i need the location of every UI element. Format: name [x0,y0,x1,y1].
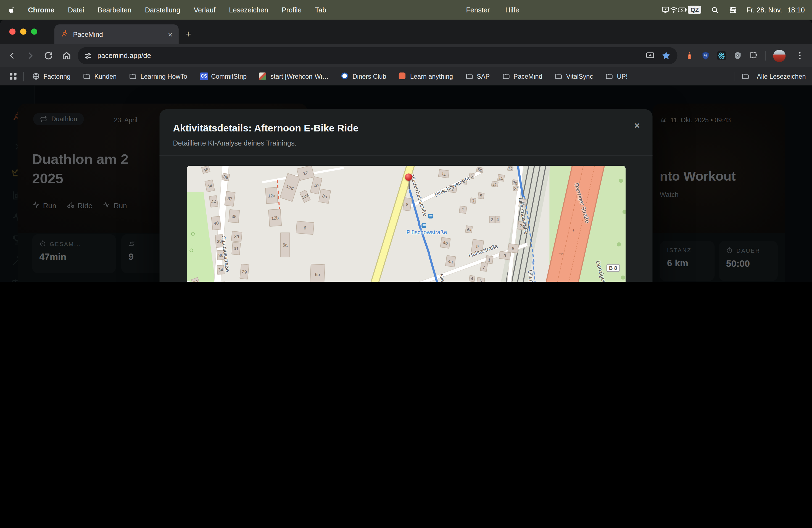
extension-icon[interactable] [733,51,742,60]
back-icon[interactable] [7,51,17,61]
bookmark-icon [465,73,473,80]
qz-status-badge[interactable]: QZ [688,6,701,14]
map-pin-needle [408,180,410,189]
map-building: 5 [476,277,485,282]
bookmark-star-icon[interactable] [661,51,671,61]
menubar-time: 18:10 [787,6,804,14]
menubar-clock[interactable]: Fr. 28. Nov. 18:10 [746,6,805,14]
bookmark-icon [555,73,563,80]
bookmark-label: Diners Club [352,73,386,80]
chrome-menu-icon[interactable] [795,51,805,61]
status-icon[interactable] [662,5,670,15]
apple-menu-icon[interactable] [8,5,17,15]
menu-item[interactable]: Darstellung [145,6,180,14]
map-building: 6 [296,221,314,235]
extension-icon[interactable]: % [701,51,710,60]
browser-window: PaceMind × + pacemind.app/de % [0,19,812,282]
page-content: Duathlon 23. April Duathlon am 2 2025 Ru… [0,85,812,282]
map-building: 11 [491,181,498,188]
tree-icon [189,249,193,252]
menu-item[interactable]: Tab [315,6,326,14]
bookmark-item[interactable]: Learn anything [399,73,453,80]
street-label: Plüschowstraße [407,229,447,235]
bookmark-item[interactable]: UP! [605,73,627,80]
menubar-date: Fr. 28. Nov. [746,6,782,14]
close-window-button[interactable] [10,28,16,35]
menu-item[interactable]: Lesezeichen [229,6,268,14]
profile-avatar[interactable] [773,49,785,62]
tab-close-icon[interactable]: × [168,30,172,39]
map-building: 8 [403,197,412,211]
control-center-icon[interactable] [728,5,738,15]
screen: ChromeDateiBearbeitenDarstellungVerlaufL… [0,0,812,282]
status-icon[interactable] [678,5,687,15]
all-bookmarks-label: Alle Lesezeichen [757,73,806,80]
reload-icon[interactable] [44,51,54,61]
bookmark-item[interactable]: Factoring [32,73,70,80]
map-building: 9a [465,225,473,233]
menu-item[interactable]: Profile [282,6,302,14]
bookmark-label: Learning HowTo [141,73,187,80]
site-settings-icon[interactable] [84,52,92,60]
address-bar[interactable]: pacemind.app/de [77,47,677,64]
map-building: 39 [221,173,230,181]
menu-items: ChromeDateiBearbeitenDarstellungVerlaufL… [28,6,326,14]
bookmark-item[interactable]: VitalSync [555,73,593,80]
extension-icon[interactable] [749,51,758,60]
extension-icon[interactable] [717,51,726,60]
bookmark-icon [502,73,510,80]
map-building: 4 [469,275,475,282]
bookmark-item[interactable]: start [Wrehcon-Wi… [259,73,329,80]
bookmark-item[interactable]: SAP [465,73,490,80]
spotlight-search-icon[interactable] [710,5,720,15]
bookmark-icon: CS [200,73,207,80]
minimize-window-button[interactable] [20,28,27,35]
forward-icon[interactable] [25,51,35,61]
menu-item[interactable]: Fenster [466,6,490,14]
bookmark-item[interactable]: Diners Club [341,73,387,80]
map-building: 7 [480,262,488,272]
bookmark-item[interactable]: CS CommitStrip [200,73,247,80]
bookmark-icon [83,73,91,80]
bookmark-icon [605,73,613,80]
status-icon[interactable] [670,5,678,15]
modal-title: Aktivitätsdetails: Afternoon E-Bike Ride [173,122,359,134]
bookmark-icon [259,73,267,80]
bookmark-item[interactable]: Learning HowTo [129,73,187,80]
map-building: 4 [495,216,501,223]
map-building: 3 [470,197,476,204]
bookmark-item[interactable]: PaceMind [502,73,542,80]
bookmark-label: Factoring [44,73,71,80]
menu-item[interactable]: Chrome [28,6,54,14]
install-app-icon[interactable] [645,51,655,61]
url-text[interactable]: pacemind.app/de [98,52,640,60]
extension-icon[interactable] [685,51,694,60]
home-icon[interactable] [62,51,72,61]
activity-details-modal: Aktivitätsdetails: Afternoon E-Bike Ride… [160,109,653,282]
route-map[interactable]: ↑ → [187,166,626,282]
map-building: 35 [228,209,240,223]
bookmark-item[interactable]: Kunden [83,73,117,80]
menu-item[interactable]: Datei [68,6,84,14]
map-building: 4a [445,255,456,267]
menu-item[interactable]: Bearbeiten [98,6,131,14]
map-building: 31 [231,242,241,255]
folder-icon [742,73,750,80]
modal-close-icon[interactable]: × [634,120,640,131]
browser-tab[interactable]: PaceMind × [54,24,179,44]
maximize-window-button[interactable] [31,28,38,35]
new-tab-button[interactable]: + [185,28,191,40]
modal-subtitle: Detaillierte KI-Analyse deines Trainings… [173,139,296,147]
tab-title: PaceMind [73,30,163,38]
menu-item[interactable]: Hilfe [505,6,520,14]
bookmark-icon [399,73,407,80]
tree-icon [191,232,195,236]
status-icons [670,5,679,15]
menu-item[interactable]: Verlauf [194,6,216,14]
map-building: 15 [497,174,505,182]
map-building: 5 [507,243,519,253]
all-bookmarks[interactable]: Alle Lesezeichen [734,72,806,81]
apps-grid-icon[interactable] [8,72,18,82]
map-building: 33 [231,231,242,242]
menu-items-right: FensterHilfe [466,6,520,14]
